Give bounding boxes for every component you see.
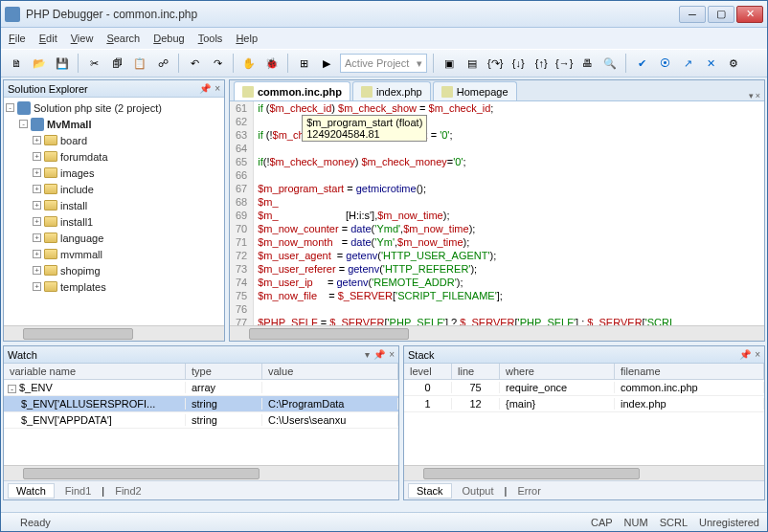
minimize-button[interactable]: ─ [679, 6, 706, 23]
panel-close-icon[interactable]: × [389, 349, 395, 360]
undo-icon[interactable]: ↶ [185, 54, 204, 73]
code-line[interactable]: $m_ [258, 195, 760, 209]
tree-toggle[interactable]: + [33, 136, 41, 144]
col-line[interactable]: line [452, 364, 500, 379]
stack-row[interactable]: 075require_oncecommon.inc.php [404, 380, 764, 396]
code-line[interactable]: $m_user_ip = getenv('REMOTE_ADDR'); [258, 276, 760, 289]
menu-edit[interactable]: Edit [39, 33, 57, 44]
code-line[interactable] [258, 168, 760, 182]
save-icon[interactable]: 💾 [53, 54, 72, 73]
tree-toggle[interactable]: + [33, 168, 41, 177]
tree-toggle[interactable]: + [33, 250, 41, 258]
col-level[interactable]: level [404, 364, 452, 379]
subtab-watch[interactable]: Watch [8, 483, 55, 499]
col-type[interactable]: type [186, 364, 262, 379]
menu-view[interactable]: View [71, 33, 94, 44]
editor-tab[interactable]: index.php [352, 81, 431, 100]
tab-close-icon[interactable]: × [756, 91, 760, 100]
redo-icon[interactable]: ↷ [208, 54, 227, 73]
tree-item[interactable]: install [60, 200, 87, 211]
subtab-error[interactable]: Error [508, 483, 549, 499]
solution-tree[interactable]: -Solution php site (2 project) -MvMmall … [4, 98, 224, 325]
watch-dropdown-icon[interactable]: ▾ [365, 349, 370, 360]
tree-item[interactable]: images [60, 167, 94, 179]
menu-tools[interactable]: Tools [198, 33, 223, 44]
maximize-button[interactable]: ▢ [708, 6, 734, 23]
tree-toggle[interactable]: + [33, 266, 41, 275]
watch-row[interactable]: -$_ENVarray [4, 380, 398, 396]
view2-icon[interactable]: ▤ [463, 54, 482, 73]
bug-icon[interactable]: 🐞 [262, 54, 282, 73]
tree-item[interactable]: language [60, 233, 103, 244]
copy-icon[interactable]: 🗐 [107, 54, 126, 73]
stop-icon[interactable]: ✋ [239, 54, 259, 73]
menu-file[interactable]: File [9, 33, 26, 44]
editor-tab[interactable]: common.inc.php [234, 81, 350, 100]
subtab-output[interactable]: Output [454, 483, 503, 499]
code-line[interactable]: if(!$m_check_money) $m_check_money='0'; [258, 155, 760, 168]
code-editor[interactable]: 616263646566676869707172737475767778 $m_… [230, 101, 764, 325]
watch-row[interactable]: $_ENV['ALLUSERSPROFI...stringC:\ProgramD… [4, 396, 398, 412]
tree-toggle[interactable]: - [6, 103, 14, 112]
subtab-find2[interactable]: Find2 [106, 483, 150, 499]
tree-toggle[interactable]: - [19, 120, 28, 128]
tree-item[interactable]: forumdata [60, 151, 108, 163]
runto-icon[interactable]: {→} [554, 54, 574, 73]
h-scrollbar[interactable] [404, 465, 764, 480]
clone-icon[interactable]: ☍ [153, 54, 172, 73]
toggle-icon[interactable]: ⊞ [294, 54, 313, 73]
bm4-icon[interactable]: ✕ [701, 54, 720, 73]
tree-toggle[interactable]: + [33, 201, 41, 210]
play-icon[interactable]: ▶ [317, 54, 336, 73]
tree-toggle[interactable]: + [33, 233, 41, 242]
tree-toggle[interactable]: + [33, 152, 41, 161]
bm1-icon[interactable]: ✔ [632, 54, 651, 73]
stack-row[interactable]: 112{main}index.php [404, 396, 764, 412]
bm3-icon[interactable]: ↗ [678, 54, 697, 73]
panel-close-icon[interactable]: × [215, 83, 220, 94]
h-scrollbar[interactable] [4, 465, 398, 480]
panel-close-icon[interactable]: × [755, 349, 760, 360]
print-icon[interactable]: 🖶 [577, 54, 597, 73]
stepover-icon[interactable]: {↷} [486, 54, 505, 73]
col-value[interactable]: value [262, 364, 398, 379]
col-filename[interactable]: filename [615, 364, 764, 379]
tree-toggle[interactable]: + [33, 185, 41, 193]
paste-icon[interactable]: 📋 [130, 54, 149, 73]
code-line[interactable] [258, 302, 760, 316]
code-line[interactable]: $m_ [H:i:s'],$m_now_time); [258, 209, 760, 222]
bm2-icon[interactable]: ⦿ [655, 54, 674, 73]
code-line[interactable]: if ($m_check_id) $m_check_show = $m_chec… [258, 101, 760, 115]
tree-item[interactable]: board [60, 135, 87, 146]
code-line[interactable]: $m_now_counter = date('Ymd',$m_now_time)… [258, 222, 760, 235]
subtab-stack[interactable]: Stack [408, 483, 452, 499]
tree-item[interactable]: mvmmall [60, 249, 102, 260]
pin-icon[interactable]: 📌 [199, 83, 211, 94]
tree-item[interactable]: include [60, 184, 94, 195]
view1-icon[interactable]: ▣ [440, 54, 459, 73]
menu-search[interactable]: Search [106, 33, 140, 44]
gear-icon[interactable]: ⚙ [724, 54, 743, 73]
project-selector[interactable]: Active Project▾ [340, 54, 427, 73]
code-line[interactable] [258, 142, 760, 155]
menu-help[interactable]: Help [236, 33, 258, 44]
subtab-find1[interactable]: Find1 [56, 483, 101, 499]
pin-icon[interactable]: 📌 [739, 349, 751, 360]
tree-item[interactable]: install1 [60, 216, 93, 228]
col-variable[interactable]: variable name [4, 364, 186, 379]
col-where[interactable]: where [500, 364, 615, 379]
menu-debug[interactable]: Debug [153, 33, 184, 44]
h-scrollbar[interactable] [230, 325, 764, 341]
close-button[interactable]: ✕ [736, 6, 763, 23]
watch-row[interactable]: $_ENV['APPDATA']stringC:\Users\seanxu [4, 412, 398, 429]
tree-item[interactable]: shopimg [60, 265, 101, 277]
code-line[interactable]: $m_user_agent = getenv('HTTP_USER_AGENT'… [258, 249, 760, 262]
new-icon[interactable]: 🗎 [7, 54, 26, 73]
code-line[interactable]: $m_user_referer = getenv('HTTP_REFERER')… [258, 262, 760, 276]
tab-dropdown-icon[interactable]: ▾ [749, 91, 754, 100]
tree-toggle[interactable]: + [33, 217, 41, 226]
code-line[interactable]: $m_now_file = $_SERVER['SCRIPT_FILENAME'… [258, 289, 760, 302]
code-line[interactable]: $m_program_start = getmicrotime(); [258, 182, 760, 195]
stepin-icon[interactable]: {↓} [508, 54, 528, 73]
pin-icon[interactable]: 📌 [373, 349, 385, 360]
